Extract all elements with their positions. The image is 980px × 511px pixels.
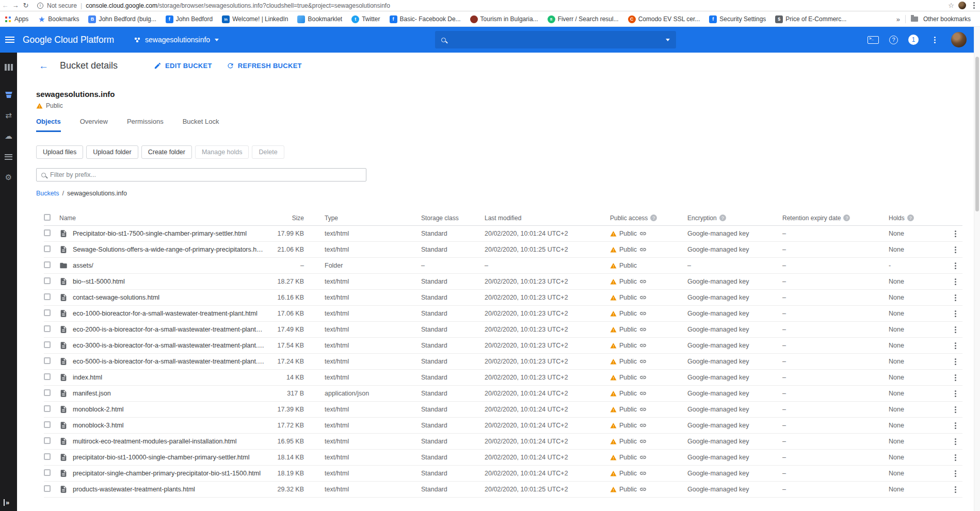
bookmarks-overflow-icon[interactable] <box>896 15 900 23</box>
tab[interactable]: Permissions <box>127 118 164 132</box>
table-row[interactable]: eco-5000-is-a-bioreactor-for-a-small-was… <box>44 354 962 370</box>
public-link-icon[interactable] <box>639 342 647 349</box>
table-row[interactable]: index.html 14 KB text/html Standard 20/0… <box>44 370 962 386</box>
row-menu-icon[interactable] <box>955 489 956 490</box>
public-link-icon[interactable] <box>639 310 647 317</box>
browser-profile-avatar[interactable] <box>958 2 966 9</box>
object-name[interactable]: bio--st1-5000.html <box>73 278 271 285</box>
row-menu-icon[interactable] <box>955 281 956 283</box>
help-icon[interactable] <box>889 36 898 44</box>
table-row[interactable]: products-wastewater-treatment-plants.htm… <box>44 482 962 498</box>
bookmark-item[interactable]: Fiverr / Search resul... <box>548 15 619 23</box>
help-icon[interactable] <box>907 215 914 221</box>
row-menu-icon[interactable] <box>955 425 956 426</box>
table-row[interactable]: manifest.json 317 B application/json Sta… <box>44 386 962 402</box>
breadcrumb-buckets-link[interactable]: Buckets <box>36 190 59 197</box>
object-name[interactable]: eco-3000-is-a-bioreactor-for-a-small-was… <box>73 342 271 349</box>
bookmark-item[interactable]: Tourism in Bulgaria... <box>470 15 538 23</box>
public-link-icon[interactable] <box>639 470 647 477</box>
row-menu-icon[interactable] <box>955 377 956 378</box>
row-checkbox[interactable] <box>44 437 51 444</box>
object-name[interactable]: assets/ <box>73 262 271 269</box>
bookmark-item[interactable]: John Bedford <box>166 15 213 23</box>
row-menu-icon[interactable] <box>955 473 956 474</box>
bookmark-item[interactable]: Basic- Facebook De... <box>390 15 461 23</box>
row-menu-icon[interactable] <box>955 297 956 299</box>
search-dropdown-icon[interactable] <box>666 39 670 41</box>
nav-settings-icon[interactable]: ⚙ <box>0 167 17 188</box>
row-menu-icon[interactable] <box>955 345 956 347</box>
action-button[interactable]: Create folder <box>141 145 192 159</box>
table-row[interactable]: precipitator-bio-st1-10000-single-chambe… <box>44 450 962 466</box>
public-link-icon[interactable] <box>639 390 647 397</box>
action-button[interactable]: Delete <box>252 145 284 159</box>
row-checkbox[interactable] <box>44 469 51 476</box>
row-checkbox[interactable] <box>44 261 51 268</box>
help-icon[interactable] <box>650 215 657 221</box>
object-name[interactable]: Precipitator-bio-st1-7500-single-chamber… <box>73 230 271 237</box>
other-bookmarks-label[interactable]: Other bookmarks <box>923 15 971 23</box>
global-search-input[interactable] <box>451 36 661 44</box>
object-name[interactable]: Sewage-Solutions-offers-a-wide-range-of-… <box>73 246 271 253</box>
public-link-icon[interactable] <box>639 294 647 301</box>
object-name[interactable]: monoblock-3.html <box>73 422 271 429</box>
project-selector[interactable]: sewagesolutionsinfo <box>135 36 219 44</box>
bookmark-item[interactable]: Welcome! | LinkedIn <box>222 15 288 23</box>
table-row[interactable]: contact-sewage-solutions.html 16.16 KB t… <box>44 290 962 306</box>
table-row[interactable]: eco-1000-bioreactor-for-a-small-wastewat… <box>44 306 962 322</box>
row-checkbox[interactable] <box>44 341 51 348</box>
row-checkbox[interactable] <box>44 485 51 492</box>
public-link-icon[interactable] <box>639 422 647 429</box>
row-checkbox[interactable] <box>44 453 51 460</box>
object-name[interactable]: manifest.json <box>73 390 271 397</box>
account-avatar[interactable] <box>951 32 967 47</box>
nav-transfer-jobs-icon[interactable] <box>0 146 17 167</box>
browser-refresh-icon[interactable]: ↻ <box>21 2 31 9</box>
action-button[interactable]: Upload folder <box>86 145 138 159</box>
row-menu-icon[interactable] <box>955 313 956 315</box>
cloud-shell-icon[interactable] <box>867 36 879 44</box>
public-link-icon[interactable] <box>639 406 647 413</box>
table-row[interactable]: Precipitator-bio-st1-7500-single-chamber… <box>44 226 962 242</box>
tab[interactable]: Bucket Lock <box>183 118 219 132</box>
public-link-icon[interactable] <box>639 374 647 381</box>
row-checkbox[interactable] <box>44 357 51 364</box>
public-link-icon[interactable] <box>639 486 647 493</box>
object-name[interactable]: multirock-eco-treatment-modules-parallel… <box>73 438 271 445</box>
global-search[interactable] <box>435 31 676 48</box>
row-checkbox[interactable] <box>44 245 51 252</box>
table-row[interactable]: bio--st1-5000.html 18.27 KB text/html St… <box>44 274 962 290</box>
object-name[interactable]: eco-5000-is-a-bioreactor-for-a-small-was… <box>73 358 271 365</box>
bookmark-item[interactable]: Bookmarklet <box>297 15 342 23</box>
row-menu-icon[interactable] <box>955 329 956 331</box>
row-menu-icon[interactable] <box>955 249 956 251</box>
help-icon[interactable] <box>843 215 850 221</box>
menu-icon[interactable] <box>5 37 14 43</box>
filter-input[interactable] <box>50 171 361 178</box>
public-link-icon[interactable] <box>639 278 647 285</box>
row-menu-icon[interactable] <box>955 233 956 235</box>
nav-transfer-icon[interactable]: ⇄ <box>0 105 17 126</box>
page-scrollbar[interactable] <box>974 27 980 511</box>
tab[interactable]: Overview <box>80 118 108 132</box>
nav-storage-browser-icon[interactable] <box>0 85 17 105</box>
row-checkbox[interactable] <box>44 389 51 396</box>
browser-back-icon[interactable]: ← <box>0 2 10 9</box>
bookmark-item[interactable]: Price of E-Commerc... <box>775 15 846 23</box>
bookmark-star-icon[interactable]: ☆ <box>948 2 954 9</box>
bookmark-item[interactable]: Apps <box>4 15 28 23</box>
object-name[interactable]: contact-sewage-solutions.html <box>73 294 271 301</box>
nav-transfer-appliance-icon[interactable]: ☁ <box>0 126 17 146</box>
bookmark-item[interactable]: John Bedford (bulg... <box>88 15 156 23</box>
expand-nav-icon[interactable] <box>4 499 9 506</box>
object-name[interactable]: eco-2000-is-a-bioreactor-for-a-small-was… <box>73 326 271 333</box>
table-row[interactable]: Sewage-Solutions-offers-a-wide-range-of-… <box>44 242 962 258</box>
bookmark-item[interactable]: Twitter <box>351 15 380 23</box>
public-link-icon[interactable] <box>639 438 647 445</box>
select-all-checkbox[interactable] <box>44 214 51 221</box>
row-menu-icon[interactable] <box>955 441 956 442</box>
object-name[interactable]: precipitator-single-chamber-primary-prec… <box>73 470 271 477</box>
object-name[interactable]: precipitator-bio-st1-10000-single-chambe… <box>73 454 271 461</box>
row-checkbox[interactable] <box>44 229 51 236</box>
row-menu-icon[interactable] <box>955 361 956 362</box>
